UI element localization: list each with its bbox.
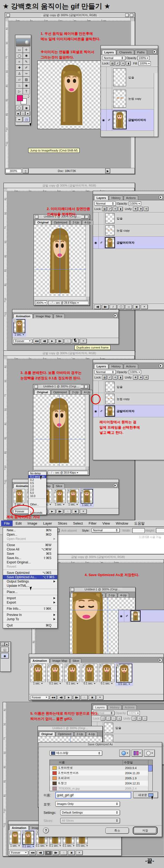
lock-position-icon[interactable]: ✛ xyxy=(113,375,118,379)
tab-optimized[interactable]: Optimized xyxy=(51,390,69,394)
prev-frame-icon[interactable]: ◀▮ xyxy=(41,339,48,343)
layer-name[interactable]: 금발머리여자 xyxy=(117,409,134,413)
animation-frame[interactable]: 2 0.1 sec. xyxy=(22,830,35,848)
tool-icon[interactable]: ▷ xyxy=(16,88,23,94)
palette-menu-icon[interactable] xyxy=(159,195,163,199)
tab-4up[interactable]: 4-Up xyxy=(81,390,93,394)
next-frame-icon[interactable]: ▮▶ xyxy=(52,850,59,855)
lock-transparency-icon[interactable]: ▨ xyxy=(102,207,107,211)
palette-menu-icon[interactable] xyxy=(158,658,162,662)
window-titlebar[interactable]: 금발 copy @ 300% (금발머리여자, RGB) xyxy=(4,351,135,356)
file-menu-item[interactable]: Save ⌘S xyxy=(3,552,57,556)
animation-tab[interactable]: Animation xyxy=(13,314,33,318)
slices-select[interactable]: All Slices xyxy=(60,818,120,823)
delay-option[interactable]: No delay xyxy=(29,472,46,475)
tool-icon[interactable]: ♨ xyxy=(16,83,23,88)
prev-frame-icon[interactable]: ◀▮ xyxy=(37,850,44,855)
file-menu-item[interactable]: Export xyxy=(3,600,57,604)
rewind-icon[interactable]: ◀◀ xyxy=(29,850,36,855)
file-menu-item[interactable]: Save Optimized ⌥⌘S xyxy=(3,571,57,575)
tool-icon[interactable]: ✱ xyxy=(23,53,30,59)
sort-order-icon[interactable] xyxy=(148,760,153,765)
lock-transparency-icon[interactable]: ▨ xyxy=(102,375,107,379)
file-menu-item[interactable]: Save As... ⇧⌘S xyxy=(3,556,57,560)
fill-value[interactable]: 100% xyxy=(138,61,151,65)
frame-delay[interactable]: 1 sec. xyxy=(10,844,20,847)
lock-paint-icon[interactable]: ✐ xyxy=(106,716,111,720)
style-select[interactable]: Normal xyxy=(91,528,120,532)
rewind-icon[interactable]: ◀◀ xyxy=(33,339,40,343)
tween-icon[interactable]: ∴ xyxy=(64,339,71,343)
trash-icon[interactable]: ✕ xyxy=(76,850,83,855)
cancel-button[interactable]: 취소 xyxy=(106,828,129,834)
palette-menu-icon[interactable] xyxy=(159,364,163,368)
lock-transparency-icon[interactable]: ▨ xyxy=(101,716,106,720)
window-titlebar[interactable]: 금발 copy @ 300% (금발머리여자, RGB) xyxy=(4,183,135,188)
status-arrow-icon[interactable]: ▶ xyxy=(106,168,110,173)
frame-delay[interactable]: 0.5 sec. xyxy=(76,844,88,847)
animation-tab[interactable]: Image Map xyxy=(50,658,70,663)
menu-bar-item[interactable]: 도움말 xyxy=(131,520,148,527)
palette-tab[interactable]: Layers xyxy=(94,364,108,369)
delay-option[interactable]: 0.2 xyxy=(29,478,46,482)
palette-tab[interactable]: Layers xyxy=(102,50,116,55)
palette-tab[interactable]: Channels xyxy=(117,50,134,55)
frame-delay[interactable]: 0.1 sec. xyxy=(49,682,61,685)
favorites-button[interactable] xyxy=(132,750,142,757)
unify-position-icon[interactable]: ✥ xyxy=(133,207,138,211)
menu-bar-item[interactable]: Slices xyxy=(55,521,70,526)
layer-name[interactable]: 입술 xyxy=(115,726,121,730)
close-box-icon[interactable] xyxy=(71,588,74,591)
prev-frame-icon[interactable]: ◀▮ xyxy=(57,695,65,700)
tool-icon[interactable]: ⌗ xyxy=(16,59,23,65)
collapse-box-icon[interactable] xyxy=(81,385,84,389)
palette-menu-icon[interactable] xyxy=(153,50,157,54)
palette-tab[interactable]: History xyxy=(109,364,123,369)
tool-icon[interactable]: ✚ xyxy=(16,65,23,71)
link-toggle[interactable] xyxy=(107,88,112,109)
column-modified[interactable]: 수정일 xyxy=(123,760,148,765)
palette-tab[interactable]: Layers xyxy=(94,195,108,200)
visibility-eye-icon[interactable]: ◉ xyxy=(101,110,107,130)
file-row[interactable]: 1.토마토넷 2003.9.4 xyxy=(50,765,153,770)
tab-4up[interactable]: 4-Up xyxy=(86,732,97,736)
lock-paint-icon[interactable]: ✐ xyxy=(108,375,112,379)
layer-name[interactable]: 눈썹 copy xyxy=(117,228,130,232)
frame-delay[interactable]: 0.1 sec. xyxy=(36,844,48,847)
file-menu-item[interactable]: Jump To xyxy=(3,617,57,621)
tab-2up[interactable]: 2-Up xyxy=(74,732,85,736)
tool-icon[interactable]: ▨ xyxy=(23,76,30,83)
new-group-icon[interactable]: ▭ xyxy=(125,305,132,309)
tab-2up[interactable]: 2-Up xyxy=(70,390,81,394)
lock-position-icon[interactable]: ✛ xyxy=(121,61,125,65)
tool-icon[interactable]: ✑ xyxy=(23,71,30,76)
frame-delay[interactable]: 0.1 sec. xyxy=(49,844,61,847)
file-menu-item[interactable]: Close ⌘W xyxy=(3,543,57,547)
opacity-value[interactable]: 100% xyxy=(127,711,139,715)
list-scrollbar[interactable] xyxy=(148,781,153,786)
file-row[interactable]: 6.창고 2004.12.31 xyxy=(50,781,153,786)
tool-icon[interactable]: ▭ xyxy=(16,47,23,53)
play-icon[interactable]: ▶ xyxy=(49,339,56,343)
file-menu-item[interactable] xyxy=(3,542,57,542)
frame-delay[interactable]: 0.1 sec. xyxy=(84,682,95,685)
collapse-box-icon[interactable] xyxy=(125,13,129,17)
next-icon[interactable]: ▮▶ xyxy=(102,305,109,309)
palette-tab[interactable]: Actions xyxy=(124,364,138,369)
width-field[interactable] xyxy=(132,528,145,533)
frame-delay[interactable]: 1 sec. xyxy=(55,503,65,506)
animation-frame[interactable]: 1 1 sec. xyxy=(13,318,26,337)
delay-option[interactable]: 0.5 xyxy=(29,482,46,485)
zoom-box-icon[interactable] xyxy=(130,13,133,17)
file-menu-item[interactable]: Open Recent xyxy=(3,537,57,541)
close-box-icon[interactable] xyxy=(6,13,10,17)
disk-button[interactable] xyxy=(119,750,130,757)
loop-select[interactable]: Forever xyxy=(30,695,49,700)
file-menu-item[interactable]: Place... xyxy=(3,590,57,594)
trash-icon[interactable]: ✕ xyxy=(80,339,87,343)
tab-2up[interactable]: 2-Up xyxy=(70,220,81,224)
doc-titlebar[interactable]: Untitled-1 @ 300% (Origi… xyxy=(38,726,102,731)
list-scrollbar[interactable] xyxy=(148,776,153,781)
file-menu-item[interactable] xyxy=(3,569,57,570)
file-menu-item[interactable] xyxy=(3,612,57,612)
